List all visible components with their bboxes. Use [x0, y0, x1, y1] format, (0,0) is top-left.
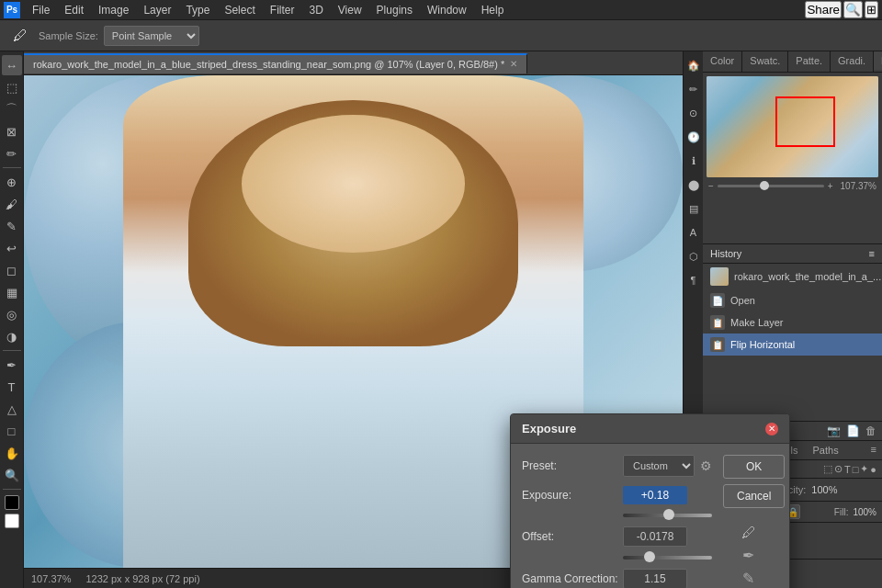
selection-tool[interactable]: ⬚: [2, 77, 22, 97]
history-title: History: [710, 248, 741, 259]
tab-navigator[interactable]: Navigator: [874, 51, 882, 72]
blur-tool[interactable]: ◎: [2, 304, 22, 324]
menu-edit[interactable]: Edit: [58, 2, 90, 18]
exposure-title: Exposure: [522, 422, 576, 435]
layer-filter-toggle[interactable]: ●: [870, 464, 876, 475]
menu-filter[interactable]: Filter: [264, 2, 301, 18]
character-icon[interactable]: ¶: [684, 270, 704, 290]
nav-zoom-slider[interactable]: [718, 185, 824, 187]
dodge-tool[interactable]: ◑: [2, 326, 22, 346]
exposure-close-button[interactable]: ✕: [765, 423, 778, 435]
nav-zoom-in[interactable]: +: [828, 181, 833, 191]
exposure-slider-thumb[interactable]: [663, 509, 674, 520]
offset-slider-thumb[interactable]: [644, 551, 655, 562]
history-item-label-1: Open: [730, 295, 755, 306]
tab-patterns[interactable]: Patte.: [788, 51, 831, 72]
healing-tool[interactable]: ⊕: [2, 172, 22, 192]
layer-filter-pixel[interactable]: ⬚: [823, 463, 832, 475]
history-collapse[interactable]: ≡: [869, 248, 875, 259]
offset-value-input[interactable]: [623, 526, 687, 547]
layer-filter-adjustment[interactable]: ⊙: [834, 463, 842, 475]
cancel-button[interactable]: Cancel: [723, 484, 785, 508]
info-icon[interactable]: ℹ: [684, 151, 704, 171]
offset-slider[interactable]: [623, 556, 712, 560]
hand-tool[interactable]: ✋: [2, 443, 22, 463]
history-icon[interactable]: 🕐: [684, 127, 704, 147]
nav-controls: − + 107.37%: [707, 177, 878, 195]
exposure-value-input[interactable]: [623, 486, 687, 504]
history-item-make-layer[interactable]: 📋 Make Layer: [703, 311, 882, 334]
history-item-flip[interactable]: 📋 Flip Horizontal: [703, 334, 882, 356]
move-tool[interactable]: ↔: [2, 55, 22, 75]
home-icon[interactable]: 🏠: [684, 55, 704, 75]
exposure-buttons: OK Cancel: [723, 455, 785, 508]
shape-tool[interactable]: □: [2, 421, 22, 441]
exposure-slider[interactable]: [623, 514, 712, 517]
foreground-color[interactable]: [5, 495, 19, 510]
preset-control: Custom Default -1 Stop +1 Stop +2 Stops …: [623, 455, 712, 477]
menu-view[interactable]: View: [332, 2, 368, 18]
history-item-snapshot[interactable]: rokaro_work_the_model_in_a_...: [703, 264, 882, 289]
workspace-icon[interactable]: ⊞: [865, 1, 878, 18]
gamma-row: Gamma Correction:: [522, 569, 712, 588]
close-tab-icon[interactable]: ✕: [510, 59, 517, 69]
menu-select[interactable]: Select: [218, 2, 261, 18]
nav-zoom-out[interactable]: −: [708, 181, 714, 191]
menu-help[interactable]: Help: [475, 2, 511, 18]
preset-settings-button[interactable]: ⚙: [700, 458, 712, 473]
preset-select[interactable]: Custom Default -1 Stop +1 Stop +2 Stops: [623, 455, 695, 477]
brush-icon[interactable]: ✏: [684, 79, 704, 99]
menu-image[interactable]: Image: [92, 2, 135, 18]
zoom-tool[interactable]: 🔍: [2, 465, 22, 485]
tab-gradients[interactable]: Gradi.: [831, 51, 874, 72]
menu-3d[interactable]: 3D: [302, 2, 329, 18]
delete-state-icon[interactable]: 🗑: [865, 424, 876, 437]
ok-button[interactable]: OK: [723, 455, 785, 479]
gradient-tool[interactable]: ▦: [2, 282, 22, 302]
share-button[interactable]: Share: [805, 1, 842, 18]
tab-color[interactable]: Color: [703, 51, 742, 72]
crop-tool[interactable]: ⊠: [2, 121, 22, 141]
brush-tool[interactable]: 🖌: [2, 194, 22, 214]
pen-tool[interactable]: ✒: [2, 355, 22, 375]
sample-eyedropper-gray[interactable]: ✎: [742, 570, 754, 587]
history-brush[interactable]: ↩: [2, 238, 22, 258]
menu-file[interactable]: File: [26, 2, 56, 18]
create-snapshot-icon[interactable]: 📷: [827, 424, 841, 437]
eyedropper-tool[interactable]: ✏: [2, 143, 22, 164]
eraser-tool[interactable]: ◻: [2, 260, 22, 280]
sample-eyedropper-white[interactable]: ✒: [742, 547, 754, 564]
layers-icon[interactable]: ▤: [684, 198, 704, 219]
menu-layer[interactable]: Layer: [137, 2, 177, 18]
menu-type[interactable]: Type: [179, 2, 216, 18]
colors-icon[interactable]: ⬤: [684, 175, 704, 195]
create-new-doc-icon[interactable]: 📄: [846, 424, 860, 437]
menubar: Ps File Edit Image Layer Type Select Fil…: [0, 0, 882, 20]
menu-plugins[interactable]: Plugins: [370, 2, 419, 18]
clone-tool[interactable]: ✎: [2, 216, 22, 236]
cube-icon[interactable]: ⬡: [684, 246, 704, 266]
menu-window[interactable]: Window: [421, 2, 473, 18]
layer-filter-shape[interactable]: □: [853, 464, 859, 475]
nav-zoom-thumb[interactable]: [760, 181, 769, 190]
sample-size-select[interactable]: Point Sample 3 by 3 Average 5 by 5 Avera…: [104, 26, 199, 46]
layer-filter-smart[interactable]: ✦: [860, 463, 868, 475]
type-tool[interactable]: T: [2, 377, 22, 397]
history-header: History ≡: [703, 244, 882, 264]
model-face: [242, 115, 466, 253]
tab-swatches[interactable]: Swatc.: [742, 51, 788, 72]
background-color[interactable]: [5, 514, 19, 528]
layers-collapse[interactable]: ≡: [865, 441, 882, 459]
eyedropper-tool[interactable]: 🖊: [7, 26, 33, 46]
search-icon[interactable]: 🔍: [843, 1, 863, 18]
path-tool[interactable]: △: [2, 399, 22, 419]
layers-tab-paths[interactable]: Paths: [806, 441, 846, 459]
lasso-tool[interactable]: ⌒: [2, 99, 22, 119]
gamma-value-input[interactable]: [623, 569, 687, 588]
history-item-open[interactable]: 📄 Open: [703, 289, 882, 311]
layer-filter-type[interactable]: T: [844, 464, 851, 475]
sample-eyedropper-black[interactable]: 🖊: [741, 525, 756, 541]
text-tool-icon[interactable]: A: [684, 222, 704, 243]
canvas-tab[interactable]: rokaro_work_the_model_in_a_blue_striped_…: [24, 53, 527, 74]
adjustment-icon[interactable]: ⊙: [684, 103, 704, 123]
